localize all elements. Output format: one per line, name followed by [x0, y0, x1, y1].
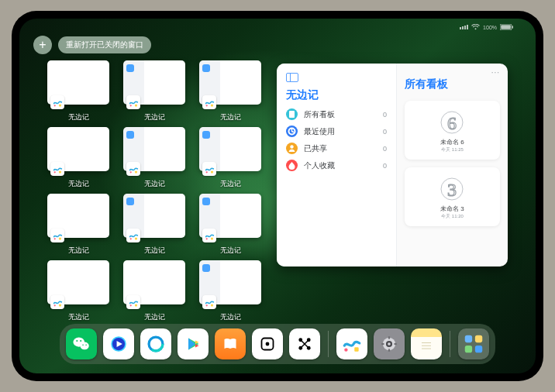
sidebar-toggle-icon[interactable]	[286, 73, 298, 82]
menu-icon	[286, 160, 298, 171]
svg-rect-53	[388, 336, 390, 339]
freeform-app-icon	[50, 95, 64, 109]
thumbnail-label: 无边记	[220, 112, 241, 122]
thumbnail-image	[123, 260, 185, 304]
thumbnail-image	[47, 60, 109, 105]
header: + 重新打开已关闭的窗口	[33, 36, 151, 54]
svg-point-19	[205, 238, 207, 239]
settings-icon[interactable]	[374, 328, 405, 359]
menu-label: 个人收藏	[304, 160, 383, 171]
qq-browser-icon[interactable]	[140, 328, 171, 359]
sidebar-title: 无边记	[286, 88, 387, 102]
svg-point-15	[53, 238, 55, 239]
signal-icon	[460, 25, 468, 29]
svg-rect-64	[465, 346, 472, 352]
window-thumbnail[interactable]: 无边记	[123, 260, 185, 322]
freeform-app-icon	[126, 295, 140, 309]
sidebar-item[interactable]: 个人收藏0	[286, 160, 387, 171]
thumbnail-image	[123, 127, 185, 171]
svg-point-17	[129, 238, 131, 239]
window-thumbnail[interactable]: 无边记	[199, 60, 261, 122]
window-thumbnail[interactable]: 无边记	[199, 194, 261, 256]
board-card[interactable]: 6未命名 6今天 11:25	[405, 101, 500, 160]
board-name: 未命名 6	[440, 138, 464, 146]
dock-separator	[450, 331, 450, 357]
svg-rect-62	[465, 335, 472, 342]
freeform-app-icon	[126, 162, 140, 176]
thumbnail-label: 无边记	[68, 179, 89, 189]
thumbnail-label: 无边记	[220, 246, 241, 256]
freeform-app-icon	[50, 229, 64, 242]
svg-point-35	[80, 342, 88, 350]
board-subtitle: 今天 11:20	[441, 213, 464, 220]
svg-rect-27	[289, 111, 295, 118]
new-window-button[interactable]: +	[33, 36, 52, 54]
dice-icon[interactable]	[252, 328, 283, 359]
board-name: 未命名 3	[440, 205, 464, 213]
thumbnail-label: 无边记	[220, 312, 241, 322]
window-thumbnail[interactable]: 无边记	[47, 194, 109, 256]
boards-pane: 所有看板 6未命名 6今天 11:253未命名 3今天 11:20	[397, 64, 508, 266]
thumbnail-image	[199, 127, 261, 171]
svg-rect-55	[381, 343, 384, 345]
svg-text:6: 6	[447, 113, 457, 133]
dock	[60, 324, 495, 364]
books-icon[interactable]	[215, 328, 246, 359]
window-thumbnail[interactable]: 无边记	[199, 260, 261, 322]
playstore-icon[interactable]	[178, 328, 209, 359]
svg-rect-51	[354, 347, 358, 351]
window-thumbnail[interactable]: 无边记	[199, 127, 261, 189]
sidebar-item[interactable]: 最近使用0	[286, 126, 387, 137]
content: 无边记无边记无边记无边记无边记无边记无边记无边记无边记无边记无边记无边记 ···…	[47, 60, 508, 319]
svg-rect-12	[135, 170, 137, 173]
thumbnail-label: 无边记	[220, 179, 241, 189]
window-thumbnail[interactable]: 无边记	[47, 260, 109, 322]
freeform-app-icon	[126, 229, 140, 242]
thumbnail-image	[199, 60, 261, 105]
battery-icon	[500, 24, 514, 30]
menu-icon	[286, 143, 298, 154]
more-icon[interactable]: ···	[491, 68, 500, 77]
thumbnail-image	[199, 194, 261, 238]
svg-rect-4	[59, 104, 61, 106]
board-card[interactable]: 3未命名 3今天 11:20	[405, 167, 500, 226]
app-library-icon[interactable]	[458, 328, 489, 359]
window-thumbnail[interactable]: 无边记	[47, 60, 109, 122]
svg-rect-65	[475, 346, 482, 352]
svg-point-38	[82, 344, 84, 346]
window-thumbnail[interactable]: 无边记	[123, 60, 185, 122]
svg-rect-56	[395, 343, 397, 345]
front-window[interactable]: ··· 无边记 所有看板0最近使用0已共享0个人收藏0 所有看板 6未命名 6今…	[277, 64, 508, 266]
window-thumbnail[interactable]: 无边记	[47, 127, 109, 189]
connect-dots-icon[interactable]	[289, 328, 320, 359]
menu-label: 所有看板	[304, 109, 383, 120]
boards-list: 6未命名 6今天 11:253未命名 3今天 11:20	[405, 101, 500, 226]
svg-rect-18	[135, 237, 137, 239]
tencent-video-icon[interactable]	[103, 328, 134, 359]
freeform-app-icon	[202, 229, 216, 242]
boards-title: 所有看板	[405, 77, 500, 91]
freeform-app-icon	[50, 162, 64, 176]
notes-icon[interactable]	[411, 328, 442, 359]
svg-rect-2	[512, 26, 514, 28]
svg-point-5	[129, 105, 131, 106]
menu-icon	[286, 108, 298, 120]
sidebar-pane: 无边记 所有看板0最近使用0已共享0个人收藏0	[277, 64, 397, 266]
svg-point-58	[388, 342, 391, 346]
freeform-icon[interactable]	[336, 328, 367, 359]
thumbnail-label: 无边记	[144, 179, 165, 189]
thumbnail-label: 无边记	[144, 312, 165, 322]
svg-point-45	[266, 342, 270, 346]
thumbnail-image	[123, 60, 185, 105]
board-sketch: 3	[432, 174, 472, 205]
window-grid: 无边记无边记无边记无边记无边记无边记无边记无边记无边记无边记无边记无边记	[47, 60, 261, 319]
sidebar-item[interactable]: 所有看板0	[286, 108, 387, 120]
wechat-icon[interactable]	[66, 328, 97, 359]
freeform-app-icon	[202, 95, 216, 109]
reopen-closed-button[interactable]: 重新打开已关闭的窗口	[58, 36, 151, 53]
menu-label: 最近使用	[304, 126, 383, 137]
window-thumbnail[interactable]: 无边记	[123, 194, 185, 256]
svg-rect-10	[59, 170, 61, 173]
sidebar-item[interactable]: 已共享0	[286, 143, 387, 154]
window-thumbnail[interactable]: 无边记	[123, 127, 185, 189]
